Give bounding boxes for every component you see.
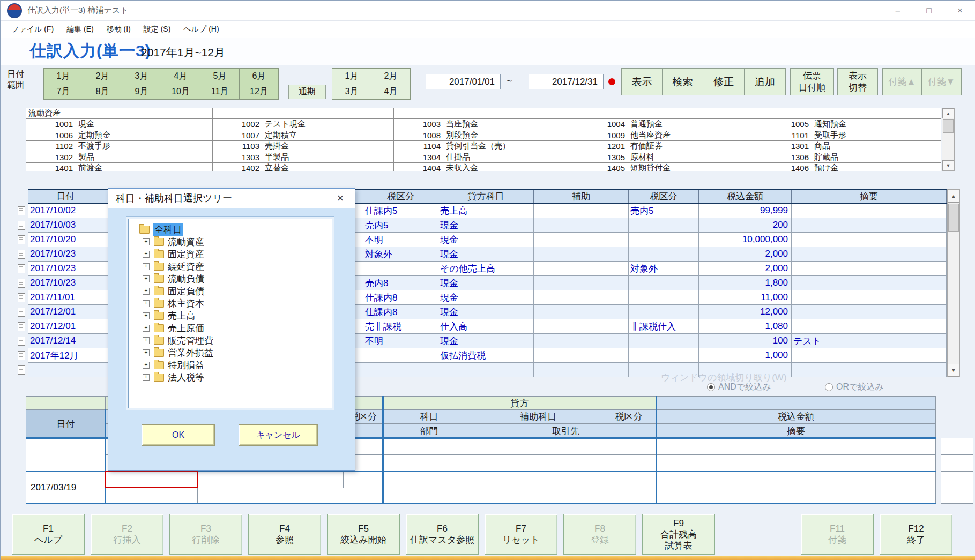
menu-item[interactable]: 移動 (I) bbox=[100, 25, 137, 34]
entry-cell[interactable] bbox=[656, 438, 936, 455]
add-button[interactable]: 追加 bbox=[744, 68, 786, 95]
scroll-up-icon[interactable]: ▲ bbox=[948, 190, 959, 203]
entry-cell[interactable] bbox=[383, 488, 475, 504]
account-item[interactable]: 1004 普通預金 bbox=[578, 119, 762, 130]
account-item[interactable]: 1405 短期貸付金 bbox=[578, 163, 762, 171]
account-item[interactable]: 1301 商品 bbox=[762, 141, 941, 152]
menu-item[interactable]: ヘルプ (H) bbox=[177, 25, 225, 34]
entry-cell[interactable] bbox=[383, 438, 475, 455]
radio-selected-icon[interactable] bbox=[707, 383, 715, 391]
account-item[interactable]: 1302 製品 bbox=[26, 152, 213, 163]
function-key-button[interactable]: F8 登録 bbox=[563, 514, 636, 555]
display-switch-button[interactable]: 表示切替 bbox=[837, 68, 878, 95]
month-button[interactable]: 11月 bbox=[200, 84, 240, 100]
account-item[interactable]: 1305 原材料 bbox=[578, 152, 762, 163]
expand-plus-icon[interactable]: + bbox=[143, 362, 150, 369]
journal-scrollbar[interactable]: ▲ ▼ bbox=[947, 189, 960, 377]
account-item[interactable]: 1008 別段預金 bbox=[394, 130, 578, 141]
function-key-button[interactable]: F1 ヘルプ bbox=[12, 514, 85, 555]
entry-cell[interactable] bbox=[197, 471, 344, 488]
function-key-button[interactable]: F5 絞込み開始 bbox=[327, 514, 400, 555]
entry-cell[interactable] bbox=[475, 488, 657, 504]
entry-cell[interactable] bbox=[601, 471, 657, 488]
account-item[interactable]: 1003 当座預金 bbox=[394, 119, 578, 130]
month-button[interactable]: 9月 bbox=[122, 84, 161, 100]
expand-plus-icon[interactable]: + bbox=[143, 251, 150, 258]
quarter-month-button[interactable]: 2月 bbox=[371, 69, 411, 84]
account-item[interactable]: 1201 有価証券 bbox=[578, 141, 762, 152]
entry-date-cell-empty[interactable] bbox=[26, 438, 106, 472]
account-item[interactable]: 1002 テスト現金 bbox=[213, 119, 394, 130]
minimize-button[interactable]: – bbox=[882, 1, 913, 20]
scroll-up-icon[interactable]: ▲ bbox=[942, 108, 954, 118]
entry-cell[interactable] bbox=[105, 488, 198, 504]
tree-node[interactable]: + 売上高 bbox=[135, 310, 332, 322]
radio-unselected-icon[interactable] bbox=[825, 383, 833, 391]
voucher-date-order-button[interactable]: 伝票日付順 bbox=[790, 68, 834, 95]
expand-plus-icon[interactable]: + bbox=[143, 275, 150, 282]
tree-node[interactable]: + 売上原価 bbox=[135, 322, 332, 334]
function-key-button[interactable]: F4 参照 bbox=[248, 514, 321, 555]
account-item[interactable]: 1404 未収入金 bbox=[394, 163, 578, 171]
dialog-title-bar[interactable]: 科目・補助科目選択ツリー bbox=[108, 189, 355, 208]
account-item[interactable]: 1306 貯蔵品 bbox=[762, 152, 941, 163]
scroll-down-icon[interactable]: ▼ bbox=[942, 160, 954, 170]
function-key-button[interactable]: F7 リセット bbox=[485, 514, 557, 555]
function-key-button[interactable]: F9 合計残高 試算表 bbox=[642, 514, 715, 555]
ok-button[interactable]: OK bbox=[142, 424, 215, 446]
month-button[interactable]: 3月 bbox=[122, 69, 161, 84]
account-item[interactable]: 1006 定期預金 bbox=[26, 130, 213, 141]
entry-cell[interactable] bbox=[475, 471, 601, 488]
and-filter-radio[interactable]: ANDで絞込み bbox=[707, 382, 771, 392]
month-button[interactable]: 6月 bbox=[240, 69, 279, 84]
quarter-month-button[interactable]: 3月 bbox=[332, 84, 371, 100]
month-button[interactable]: 10月 bbox=[161, 84, 200, 100]
show-button[interactable]: 表示 bbox=[621, 68, 663, 95]
account-item[interactable]: 1102 不渡手形 bbox=[26, 141, 213, 152]
account-item[interactable]: 1402 立替金 bbox=[213, 163, 394, 171]
function-key-button[interactable]: F2 行挿入 bbox=[91, 514, 163, 555]
quarter-month-button[interactable]: 1月 bbox=[332, 69, 371, 84]
or-filter-radio[interactable]: ORで絞込み bbox=[825, 382, 884, 392]
date-to-input[interactable]: 2017/12/31 bbox=[529, 74, 604, 89]
account-item[interactable]: 1001 現金 bbox=[26, 119, 213, 130]
menu-item[interactable]: 編集 (E) bbox=[60, 25, 100, 34]
modify-button[interactable]: 修正 bbox=[703, 68, 745, 95]
account-item[interactable]: 1303 半製品 bbox=[213, 152, 394, 163]
function-key-button[interactable]: F3 行削除 bbox=[169, 514, 242, 555]
active-entry-cell[interactable] bbox=[105, 471, 198, 488]
maximize-button[interactable]: □ bbox=[913, 1, 944, 20]
function-key-button[interactable]: F11 付箋 bbox=[801, 514, 874, 555]
tree-root-node[interactable]: 全科目 bbox=[135, 223, 332, 236]
month-button[interactable]: 8月 bbox=[83, 84, 122, 100]
month-button[interactable]: 12月 bbox=[240, 84, 279, 100]
function-key-button[interactable]: F6 仕訳マスタ参照 bbox=[406, 514, 479, 555]
menu-item[interactable]: 設定 (S) bbox=[137, 25, 177, 34]
quarter-month-button[interactable]: 4月 bbox=[371, 84, 411, 100]
expand-plus-icon[interactable]: + bbox=[143, 337, 150, 344]
fusen-up-button[interactable]: 付箋▲ bbox=[882, 68, 922, 95]
account-item[interactable]: 1007 定期積立 bbox=[213, 130, 394, 141]
dialog-close-icon[interactable]: × bbox=[333, 191, 347, 205]
account-item[interactable]: 1104 貸倒引当金（売） bbox=[394, 141, 578, 152]
entry-date-value[interactable]: 2017/03/19 bbox=[26, 471, 106, 504]
expand-plus-icon[interactable]: + bbox=[143, 312, 150, 319]
account-item[interactable]: 1009 他当座資産 bbox=[578, 130, 762, 141]
tree-node[interactable]: + 流動資産 bbox=[135, 236, 332, 248]
entry-cell[interactable] bbox=[475, 438, 601, 455]
month-button[interactable]: 2月 bbox=[83, 69, 122, 84]
account-item[interactable]: 1401 前渡金 bbox=[26, 163, 213, 171]
search-button[interactable]: 検索 bbox=[662, 68, 703, 95]
date-from-input[interactable]: 2017/01/01 bbox=[426, 74, 501, 89]
month-button[interactable]: 7月 bbox=[44, 84, 83, 100]
entry-cell[interactable] bbox=[601, 438, 657, 455]
menu-item[interactable]: ファイル (F) bbox=[5, 25, 60, 34]
account-scrollbar[interactable]: ▲ ▼ bbox=[942, 108, 955, 171]
tree-node[interactable]: + 繰延資産 bbox=[135, 260, 332, 273]
entry-cell[interactable] bbox=[383, 471, 475, 488]
expand-plus-icon[interactable]: + bbox=[143, 374, 150, 381]
fusen-down-button[interactable]: 付箋▼ bbox=[921, 68, 962, 95]
expand-plus-icon[interactable]: + bbox=[143, 325, 150, 332]
entry-cell[interactable] bbox=[197, 488, 383, 504]
account-scrollbar-thumb[interactable] bbox=[943, 119, 954, 133]
